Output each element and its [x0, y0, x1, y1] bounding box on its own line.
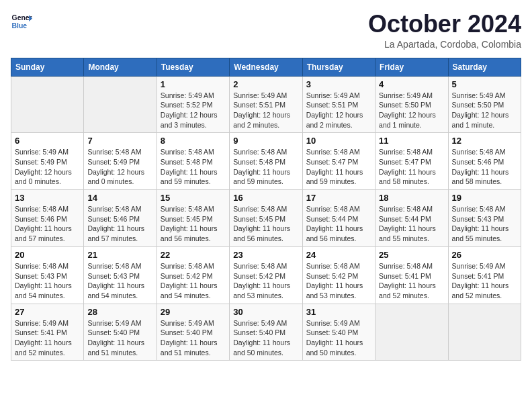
day-cell: 14Sunrise: 5:48 AM Sunset: 5:46 PM Dayli… [84, 190, 157, 247]
col-header-monday: Monday [84, 58, 157, 76]
day-cell: 22Sunrise: 5:48 AM Sunset: 5:42 PM Dayli… [157, 246, 229, 304]
week-row-1: 1Sunrise: 5:49 AM Sunset: 5:52 PM Daylig… [11, 76, 521, 133]
day-number: 1 [161, 79, 226, 89]
day-detail: Sunrise: 5:49 AM Sunset: 5:49 PM Dayligh… [15, 147, 80, 187]
day-detail: Sunrise: 5:48 AM Sunset: 5:42 PM Dayligh… [306, 261, 371, 301]
day-cell [11, 76, 84, 133]
day-number: 3 [306, 79, 371, 89]
calendar-table: SundayMondayTuesdayWednesdayThursdayFrid… [11, 58, 521, 361]
day-detail: Sunrise: 5:49 AM Sunset: 5:40 PM Dayligh… [233, 318, 298, 358]
day-detail: Sunrise: 5:48 AM Sunset: 5:48 PM Dayligh… [233, 147, 298, 187]
day-cell: 8Sunrise: 5:48 AM Sunset: 5:48 PM Daylig… [157, 133, 229, 190]
day-number: 30 [233, 307, 298, 317]
logo-icon: General Blue [11, 11, 32, 32]
day-detail: Sunrise: 5:48 AM Sunset: 5:45 PM Dayligh… [233, 204, 298, 244]
day-cell: 17Sunrise: 5:48 AM Sunset: 5:44 PM Dayli… [302, 190, 375, 247]
day-detail: Sunrise: 5:49 AM Sunset: 5:40 PM Dayligh… [306, 318, 371, 358]
day-cell: 11Sunrise: 5:48 AM Sunset: 5:47 PM Dayli… [375, 133, 448, 190]
day-detail: Sunrise: 5:49 AM Sunset: 5:51 PM Dayligh… [306, 91, 371, 130]
day-detail: Sunrise: 5:48 AM Sunset: 5:43 PM Dayligh… [87, 261, 152, 301]
day-cell: 18Sunrise: 5:48 AM Sunset: 5:44 PM Dayli… [375, 190, 448, 247]
day-number: 9 [233, 136, 298, 146]
day-cell: 3Sunrise: 5:49 AM Sunset: 5:51 PM Daylig… [302, 76, 375, 133]
day-cell: 10Sunrise: 5:48 AM Sunset: 5:47 PM Dayli… [302, 133, 375, 190]
col-header-wednesday: Wednesday [230, 58, 302, 76]
day-cell: 5Sunrise: 5:49 AM Sunset: 5:50 PM Daylig… [448, 76, 521, 133]
day-detail: Sunrise: 5:48 AM Sunset: 5:46 PM Dayligh… [15, 204, 80, 244]
logo: General Blue [11, 11, 32, 32]
day-number: 27 [15, 307, 80, 317]
day-detail: Sunrise: 5:48 AM Sunset: 5:49 PM Dayligh… [87, 147, 152, 187]
day-detail: Sunrise: 5:48 AM Sunset: 5:47 PM Dayligh… [306, 147, 371, 187]
day-cell: 20Sunrise: 5:48 AM Sunset: 5:43 PM Dayli… [11, 246, 84, 304]
day-detail: Sunrise: 5:48 AM Sunset: 5:43 PM Dayligh… [452, 204, 517, 244]
week-row-4: 20Sunrise: 5:48 AM Sunset: 5:43 PM Dayli… [11, 246, 521, 304]
day-cell: 13Sunrise: 5:48 AM Sunset: 5:46 PM Dayli… [11, 190, 84, 247]
day-cell: 21Sunrise: 5:48 AM Sunset: 5:43 PM Dayli… [84, 246, 157, 304]
day-detail: Sunrise: 5:49 AM Sunset: 5:52 PM Dayligh… [161, 91, 226, 130]
day-number: 25 [379, 250, 444, 260]
day-cell: 24Sunrise: 5:48 AM Sunset: 5:42 PM Dayli… [302, 246, 375, 304]
week-row-2: 6Sunrise: 5:49 AM Sunset: 5:49 PM Daylig… [11, 133, 521, 190]
day-number: 14 [87, 193, 152, 203]
day-detail: Sunrise: 5:48 AM Sunset: 5:45 PM Dayligh… [161, 204, 226, 244]
title-block: October 2024 La Apartada, Cordoba, Colom… [368, 11, 521, 50]
col-header-sunday: Sunday [11, 58, 84, 76]
day-number: 15 [161, 193, 226, 203]
week-row-3: 13Sunrise: 5:48 AM Sunset: 5:46 PM Dayli… [11, 190, 521, 247]
day-number: 22 [161, 250, 226, 260]
day-cell: 30Sunrise: 5:49 AM Sunset: 5:40 PM Dayli… [230, 304, 302, 361]
day-number: 10 [306, 136, 371, 146]
day-detail: Sunrise: 5:48 AM Sunset: 5:44 PM Dayligh… [379, 204, 444, 244]
day-number: 16 [233, 193, 298, 203]
day-detail: Sunrise: 5:48 AM Sunset: 5:41 PM Dayligh… [379, 261, 444, 301]
day-detail: Sunrise: 5:49 AM Sunset: 5:50 PM Dayligh… [452, 91, 517, 130]
day-number: 4 [379, 79, 444, 89]
day-number: 21 [87, 250, 152, 260]
day-number: 20 [15, 250, 80, 260]
day-cell [448, 304, 521, 361]
day-cell: 31Sunrise: 5:49 AM Sunset: 5:40 PM Dayli… [302, 304, 375, 361]
location: La Apartada, Cordoba, Colombia [368, 39, 521, 50]
day-cell [84, 76, 157, 133]
day-cell: 28Sunrise: 5:49 AM Sunset: 5:40 PM Dayli… [84, 304, 157, 361]
day-number: 7 [87, 136, 152, 146]
day-cell: 6Sunrise: 5:49 AM Sunset: 5:49 PM Daylig… [11, 133, 84, 190]
col-header-thursday: Thursday [302, 58, 375, 76]
day-number: 29 [161, 307, 226, 317]
day-cell: 26Sunrise: 5:49 AM Sunset: 5:41 PM Dayli… [448, 246, 521, 304]
day-detail: Sunrise: 5:49 AM Sunset: 5:50 PM Dayligh… [379, 91, 444, 130]
day-cell: 29Sunrise: 5:49 AM Sunset: 5:40 PM Dayli… [157, 304, 229, 361]
day-cell: 19Sunrise: 5:48 AM Sunset: 5:43 PM Dayli… [448, 190, 521, 247]
day-cell: 23Sunrise: 5:48 AM Sunset: 5:42 PM Dayli… [230, 246, 302, 304]
day-cell: 16Sunrise: 5:48 AM Sunset: 5:45 PM Dayli… [230, 190, 302, 247]
day-cell: 27Sunrise: 5:49 AM Sunset: 5:41 PM Dayli… [11, 304, 84, 361]
day-detail: Sunrise: 5:49 AM Sunset: 5:40 PM Dayligh… [87, 318, 152, 358]
day-detail: Sunrise: 5:48 AM Sunset: 5:42 PM Dayligh… [233, 261, 298, 301]
day-detail: Sunrise: 5:48 AM Sunset: 5:46 PM Dayligh… [87, 204, 152, 244]
page-header: General Blue October 2024 La Apartada, C… [11, 11, 521, 50]
day-number: 28 [87, 307, 152, 317]
week-row-5: 27Sunrise: 5:49 AM Sunset: 5:41 PM Dayli… [11, 304, 521, 361]
day-detail: Sunrise: 5:49 AM Sunset: 5:40 PM Dayligh… [161, 318, 226, 358]
day-detail: Sunrise: 5:49 AM Sunset: 5:51 PM Dayligh… [233, 91, 298, 130]
day-number: 31 [306, 307, 371, 317]
day-cell: 1Sunrise: 5:49 AM Sunset: 5:52 PM Daylig… [157, 76, 229, 133]
day-number: 5 [452, 79, 517, 89]
day-detail: Sunrise: 5:49 AM Sunset: 5:41 PM Dayligh… [15, 318, 80, 358]
header-row: SundayMondayTuesdayWednesdayThursdayFrid… [11, 58, 521, 76]
day-number: 11 [379, 136, 444, 146]
day-number: 6 [15, 136, 80, 146]
day-cell: 12Sunrise: 5:48 AM Sunset: 5:46 PM Dayli… [448, 133, 521, 190]
day-number: 13 [15, 193, 80, 203]
day-detail: Sunrise: 5:48 AM Sunset: 5:43 PM Dayligh… [15, 261, 80, 301]
day-cell: 7Sunrise: 5:48 AM Sunset: 5:49 PM Daylig… [84, 133, 157, 190]
day-number: 26 [452, 250, 517, 260]
day-detail: Sunrise: 5:48 AM Sunset: 5:46 PM Dayligh… [452, 147, 517, 187]
day-number: 8 [161, 136, 226, 146]
day-detail: Sunrise: 5:48 AM Sunset: 5:47 PM Dayligh… [379, 147, 444, 187]
day-number: 18 [379, 193, 444, 203]
day-detail: Sunrise: 5:49 AM Sunset: 5:41 PM Dayligh… [452, 261, 517, 301]
svg-text:Blue: Blue [12, 22, 28, 30]
day-detail: Sunrise: 5:48 AM Sunset: 5:48 PM Dayligh… [161, 147, 226, 187]
